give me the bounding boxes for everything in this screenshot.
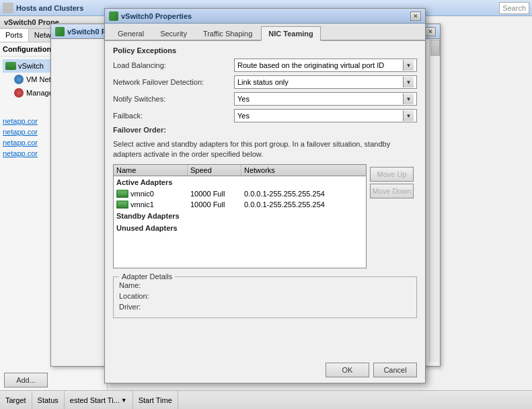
app-icon [3,3,13,13]
load-balancing-select[interactable]: Route based on the originating virtual p… [234,59,417,72]
adapter-table-left: Name Speed Networks Active Adapters vmni… [113,164,367,272]
bottom-bar: Target Status ested Start Ti... ▼ Start … [0,390,532,409]
network-failover-value: Link status only [237,78,403,86]
tab-ports[interactable]: Ports [0,29,29,42]
failback-label: Failback: [113,112,234,120]
failback-select[interactable]: Yes ▼ [234,109,417,122]
tab-traffic-shaping[interactable]: Traffic Shaping [196,26,260,40]
col-name: Name [114,165,188,176]
load-balancing-row: Load Balancing: Route based on the origi… [113,59,417,72]
ok-button[interactable]: OK [326,363,369,377]
network-failover-arrow: ▼ [403,77,414,87]
table-header: Name Speed Networks [114,165,366,176]
failback-arrow: ▼ [403,110,414,121]
notify-switches-arrow: ▼ [403,94,414,104]
network-failover-select[interactable]: Link status only ▼ [234,75,417,89]
started-time-label: ested Start Ti... [70,396,120,404]
failback-value: Yes [237,112,403,120]
standby-adapters-header: Standby Adapters [114,210,366,222]
started-time-segment: ested Start Ti... ▼ [65,391,133,409]
main-dialog: vSwitch0 Properties ✕ General Security T… [104,8,426,383]
adapter-name-vmnic0: vmnic0 [114,189,188,198]
notify-switches-value: Yes [237,95,403,103]
search-text: Search [502,4,526,12]
start-time-segment: Start Time [133,391,178,409]
table-empty-space [114,234,366,268]
failover-order-label: Failover Order: [113,126,417,134]
nic-icon [116,190,128,198]
add-button[interactable]: Add... [4,373,48,387]
notify-switches-label: Notify Switches: [113,95,234,103]
dialog-title: vSwitch0 Properties [121,12,410,20]
network-failover-label: Network Failover Detection: [113,78,234,86]
target-segment: Target [0,391,32,409]
network-failover-row: Network Failover Detection: Link status … [113,75,417,89]
adapter-name-vmnic1: vmnic1 [114,200,188,209]
move-down-button[interactable]: Move Down [370,184,414,198]
tab-security[interactable]: Security [153,26,194,40]
dialog-tabs: General Security Traffic Shaping NIC Tea… [105,24,425,41]
active-adapters-header: Active Adapters [114,176,366,188]
behind-scrollbar[interactable] [429,39,440,362]
dialog-close-icon[interactable]: ✕ [410,11,421,21]
notify-switches-select[interactable]: Yes ▼ [234,92,417,106]
cancel-button[interactable]: Cancel [373,363,417,377]
unused-adapters-header: Unused Adapters [114,222,366,234]
vmnic0-speed: 10000 Full [188,189,241,198]
add-button-wrapper: Add... [4,373,48,387]
table-content-area: Name Speed Networks Active Adapters vmni… [113,164,417,272]
adapter-details-legend: Adapter Details [119,272,175,281]
behind-dialog-icon [55,27,65,36]
col-networks: Networks [241,165,366,176]
vswitch-icon [5,61,16,71]
move-up-button[interactable]: Move Up [370,167,414,182]
vmnic0-name: vmnic0 [130,190,154,198]
vmnic0-networks: 0.0.0.1-255.255.255.254 [241,189,366,198]
sort-arrow: ▼ [121,397,127,404]
col-speed: Speed [188,165,241,176]
vmnic1-speed: 10000 Full [188,200,241,209]
adapter-details: Adapter Details Name: Location: Driver: [113,276,417,318]
detail-driver-label: Driver: [119,303,141,311]
scrollbar-thumb [430,40,440,56]
close-button-behind[interactable]: ✕ [425,27,436,36]
load-balancing-label: Load Balancing: [113,61,234,69]
dialog-icon [109,11,118,21]
vmnic1-networks: 0.0.0.1-255.255.255.254 [241,200,366,209]
table-row[interactable]: vmnic1 10000 Full 0.0.0.1-255.255.255.25… [114,199,366,210]
nic-icon [116,200,128,209]
adapter-table: Name Speed Networks Active Adapters vmni… [113,164,367,268]
detail-name-label: Name: [119,281,141,289]
nic-icon-inner [118,191,127,196]
policy-exceptions-label: Policy Exceptions [113,46,417,54]
mgmt-icon [13,87,24,98]
dialog-titlebar: vSwitch0 Properties ✕ [105,9,425,24]
tab-nic-teaming[interactable]: NIC Teaming [261,26,320,41]
status-segment: Status [32,391,65,409]
load-balancing-value: Route based on the originating virtual p… [237,61,403,69]
detail-location-label: Location: [119,292,149,300]
dialog-content: Policy Exceptions Load Balancing: Route … [105,41,425,324]
notify-switches-row: Notify Switches: Yes ▼ [113,92,417,106]
dialog-buttons: OK Cancel [326,363,417,377]
failback-row: Failback: Yes ▼ [113,109,417,122]
tree-item-label: vSwitch [18,62,44,70]
tab-general[interactable]: General [110,26,151,40]
search-area[interactable]: Search [499,2,529,14]
status-label: Status [38,396,59,404]
load-balancing-arrow: ▼ [403,60,414,71]
detail-location-row: Location: [119,292,411,300]
detail-driver-row: Driver: [119,303,411,311]
vmnic1-name: vmnic1 [130,200,154,209]
start-time-label: Start Time [139,396,172,404]
detail-name-row: Name: [119,281,411,289]
vm-icon [13,74,24,85]
table-row[interactable]: vmnic0 10000 Full 0.0.0.1-255.255.255.25… [114,188,366,199]
move-buttons: Move Up Move Down [367,164,417,272]
nic-icon-inner [118,202,127,207]
target-label: Target [5,396,26,404]
failover-desc: Select active and standby adapters for t… [113,139,417,160]
